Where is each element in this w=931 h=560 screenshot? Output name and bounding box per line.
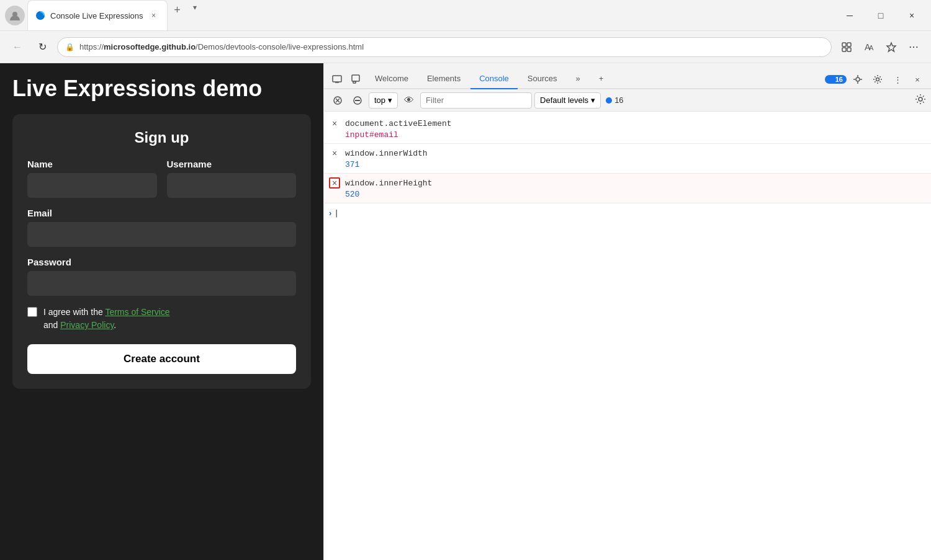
svg-marker-8: [887, 43, 896, 51]
email-input[interactable]: [27, 222, 296, 247]
username-input[interactable]: [167, 173, 297, 198]
expression-close-2[interactable]: ×: [329, 148, 340, 159]
filter-input[interactable]: [420, 92, 532, 109]
devtools-tab-icons: 16 ⋮ ×: [825, 71, 926, 88]
console-input-line: › |: [324, 203, 931, 223]
context-selector[interactable]: top ▾: [369, 92, 398, 109]
checkbox-label-text: I agree with the Terms of Service and Pr…: [43, 306, 170, 332]
maximize-button[interactable]: □: [866, 6, 895, 25]
svg-rect-2: [842, 43, 846, 47]
password-input[interactable]: [27, 271, 296, 296]
profile-icon[interactable]: [5, 6, 25, 25]
tab-sources[interactable]: Sources: [519, 69, 566, 89]
username-label: Username: [167, 159, 297, 169]
eye-icon-button[interactable]: 👁: [400, 92, 418, 109]
svg-rect-3: [847, 43, 851, 47]
devtools-close-icon[interactable]: ×: [909, 71, 926, 88]
active-tab[interactable]: Console Live Expressions ×: [27, 0, 168, 30]
devtools-device-icon[interactable]: [329, 71, 346, 88]
url-protocol: https://: [79, 42, 104, 51]
more-menu-button[interactable]: ⋯: [904, 37, 924, 57]
console-cursor[interactable]: |: [334, 208, 339, 218]
default-levels-label: Default levels: [540, 96, 588, 105]
and-text: and: [43, 320, 60, 330]
expression-window-innerHeight: × window.innerHeight 520: [324, 174, 931, 203]
console-output: × document.activeElement input#email × w…: [324, 112, 931, 560]
badge-count: 16: [614, 96, 623, 105]
url-domain: microsoftedge.github.io: [104, 42, 196, 51]
tab-close-button[interactable]: ×: [148, 10, 160, 21]
devtools-more-icon[interactable]: ⋮: [889, 71, 906, 88]
tab-favicon: [35, 11, 45, 20]
read-aloud-icon[interactable]: AA: [859, 37, 879, 57]
expression-window-innerWidth: × window.innerWidth 371: [324, 144, 931, 174]
expression-close-3[interactable]: ×: [329, 177, 340, 189]
svg-point-20: [919, 97, 922, 101]
collections-icon[interactable]: [837, 37, 857, 57]
tab-elements[interactable]: Elements: [418, 69, 469, 89]
devtools-inspect-icon[interactable]: [348, 71, 365, 88]
svg-text:A: A: [869, 44, 874, 51]
close-button[interactable]: ×: [897, 6, 926, 25]
svg-rect-5: [847, 48, 851, 51]
browser-window: Console Live Expressions × + ▾ ─ □ × ← ↻…: [0, 0, 931, 560]
devtools-network-icon[interactable]: [849, 71, 866, 88]
svg-rect-9: [333, 76, 341, 82]
tab-dropdown-button[interactable]: ▾: [187, 0, 202, 15]
svg-rect-11: [352, 75, 359, 81]
email-label: Email: [27, 208, 296, 218]
tab-welcome[interactable]: Welcome: [366, 69, 417, 89]
name-group: Name: [27, 159, 157, 198]
svg-rect-4: [842, 48, 846, 51]
console-chevron: ›: [329, 208, 331, 218]
favorites-icon[interactable]: [881, 37, 901, 57]
expression-close-1[interactable]: ×: [329, 118, 340, 129]
default-levels-dropdown-icon: ▾: [591, 96, 595, 105]
context-label: top: [374, 96, 385, 105]
minimize-button[interactable]: ─: [835, 6, 864, 25]
svg-rect-12: [353, 81, 356, 83]
toolbar-icons: AA ⋯: [837, 37, 924, 57]
signup-form: Sign up Name Username Email Pa: [12, 114, 311, 389]
period: .: [114, 320, 116, 330]
webpage-panel: Live Expressions demo Sign up Name Usern…: [0, 63, 323, 560]
default-levels-selector[interactable]: Default levels ▾: [534, 92, 601, 109]
tab-add[interactable]: +: [590, 69, 613, 89]
name-input[interactable]: [27, 173, 157, 198]
tab-title: Console Live Expressions: [50, 11, 143, 20]
terms-checkbox-row: I agree with the Terms of Service and Pr…: [27, 306, 296, 332]
expression-value-2: 371: [329, 160, 926, 169]
address-input[interactable]: 🔒 https://microsoftedge.github.io/Demos/…: [57, 37, 832, 57]
terms-link[interactable]: Terms of Service: [105, 307, 169, 317]
tab-console[interactable]: Console: [470, 69, 518, 89]
password-label: Password: [27, 257, 296, 267]
console-toolbar: top ▾ 👁 Default levels ▾ 16: [324, 89, 931, 112]
password-group: Password: [27, 257, 296, 296]
new-tab-button[interactable]: +: [168, 0, 187, 20]
expression-value-1: input#email: [329, 130, 926, 140]
tab-overflow[interactable]: »: [567, 69, 589, 89]
privacy-link[interactable]: Privacy Policy: [60, 320, 114, 330]
back-button[interactable]: ←: [7, 37, 27, 57]
stop-button[interactable]: [349, 92, 366, 109]
expression-text-3: window.innerHeight: [345, 179, 432, 188]
address-text: https://microsoftedge.github.io/Demos/de…: [79, 42, 824, 51]
svg-point-13: [856, 78, 860, 81]
issues-dot: [829, 78, 834, 82]
info-dot: [606, 97, 612, 104]
name-username-row: Name Username: [27, 159, 296, 198]
issues-badge: 16: [825, 75, 847, 84]
address-bar: ← ↻ 🔒 https://microsoftedge.github.io/De…: [0, 31, 931, 63]
expression-value-3: 520: [329, 190, 926, 199]
devtools-settings-icon[interactable]: [869, 71, 886, 88]
console-settings-icon[interactable]: [915, 94, 926, 107]
expression-document-activeElement: × document.activeElement input#email: [324, 114, 931, 144]
page-title: Live Expressions demo: [12, 76, 311, 102]
create-account-button[interactable]: Create account: [27, 344, 296, 374]
refresh-button[interactable]: ↻: [32, 37, 52, 57]
terms-checkbox[interactable]: [27, 307, 37, 317]
tab-bar: Console Live Expressions × + ▾: [27, 0, 833, 30]
expression-text-2: window.innerWidth: [345, 149, 428, 158]
context-dropdown-icon: ▾: [388, 96, 392, 105]
clear-console-button[interactable]: [329, 92, 346, 109]
